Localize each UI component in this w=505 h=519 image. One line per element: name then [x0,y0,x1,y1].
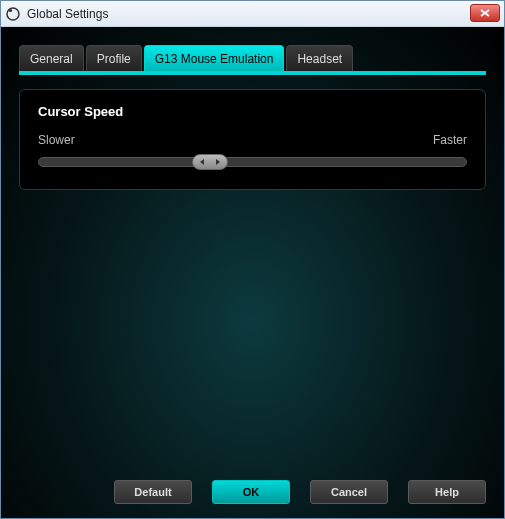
cursor-speed-panel: Cursor Speed Slower Faster [19,89,486,190]
slider-label-slower: Slower [38,133,75,147]
tab-bar: General Profile G13 Mouse Emulation Head… [19,43,486,75]
settings-window: Global Settings General Profile G13 Mous… [0,0,505,519]
cursor-speed-slider[interactable] [38,157,467,167]
help-button[interactable]: Help [408,480,486,504]
tab-profile[interactable]: Profile [86,45,142,71]
tab-general[interactable]: General [19,45,84,71]
ok-button[interactable]: OK [212,480,290,504]
tab-label: Headset [297,52,342,66]
slider-labels: Slower Faster [38,133,467,147]
svg-point-0 [7,8,19,20]
slider-thumb[interactable] [192,154,228,170]
slider-label-faster: Faster [433,133,467,147]
close-button[interactable] [470,4,500,22]
client-area: General Profile G13 Mouse Emulation Head… [1,27,504,518]
button-label: Help [435,486,459,498]
app-logo-icon [5,6,21,22]
tab-label: G13 Mouse Emulation [155,52,274,66]
tab-label: Profile [97,52,131,66]
panel-title: Cursor Speed [38,104,467,119]
tab-label: General [30,52,73,66]
tab-content: Cursor Speed Slower Faster [19,75,486,472]
window-title: Global Settings [27,7,108,21]
default-button[interactable]: Default [114,480,192,504]
tab-headset[interactable]: Headset [286,45,353,71]
svg-point-1 [9,8,12,11]
button-bar: Default OK Cancel Help [19,472,486,504]
button-label: OK [243,486,260,498]
titlebar: Global Settings [1,1,504,27]
tab-mouse-emulation[interactable]: G13 Mouse Emulation [144,45,285,71]
cancel-button[interactable]: Cancel [310,480,388,504]
button-label: Default [134,486,171,498]
close-icon [480,9,490,17]
button-label: Cancel [331,486,367,498]
